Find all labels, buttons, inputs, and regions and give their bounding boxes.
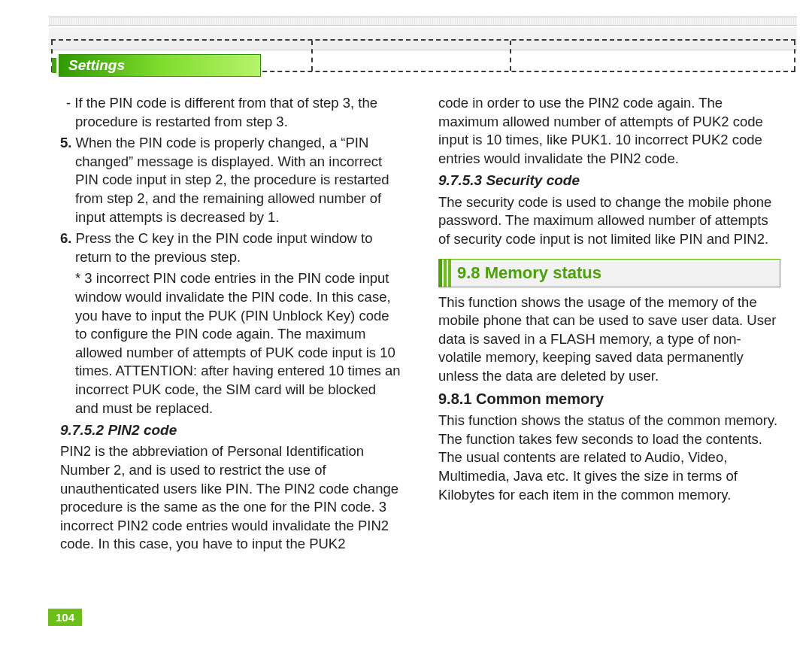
body-text: - If the PIN code is different from that…	[60, 94, 402, 131]
page-number-badge: 104	[48, 609, 82, 626]
list-number: 5.	[60, 135, 71, 150]
subsection-heading-common-memory: 9.8.1 Common memory	[438, 389, 780, 409]
subsection-heading-security-code: 9.7.5.3 Security code	[438, 171, 780, 190]
subsection-heading-pin2: 9.7.5.2 PIN2 code	[60, 421, 402, 439]
section-bar-label: 9.8 Memory status	[454, 260, 780, 286]
body-note: * 3 incorrect PIN code entries in the PI…	[60, 269, 402, 418]
manual-page: Settings - If the PIN code is different …	[0, 0, 812, 650]
body-text: This function shows the usage of the mem…	[438, 293, 780, 386]
section-tab-settings: Settings	[59, 54, 261, 77]
body-text: Press the C key in the PIN code input wi…	[71, 230, 372, 265]
page-body: - If the PIN code is different from that…	[60, 94, 780, 597]
decorative-top-rule	[49, 17, 797, 26]
dashed-cell	[313, 41, 511, 71]
body-text: 5. When the PIN code is properly changed…	[60, 134, 402, 226]
dashed-cell	[511, 41, 795, 71]
body-text: When the PIN code is properly changed, a…	[71, 135, 389, 224]
body-text: PIN2 is the abbreviation of Personal Ide…	[60, 442, 402, 554]
body-text: code in order to use the PIN2 code again…	[438, 94, 780, 168]
section-bar-stripes-icon	[439, 260, 454, 286]
list-number: 6.	[60, 230, 71, 246]
body-text: 6. Press the C key in the PIN code input…	[60, 229, 402, 266]
body-text: This function shows the status of the co…	[438, 412, 780, 504]
section-bar-memory-status: 9.8 Memory status	[438, 259, 780, 287]
body-text: The security code is used to change the …	[438, 193, 780, 249]
